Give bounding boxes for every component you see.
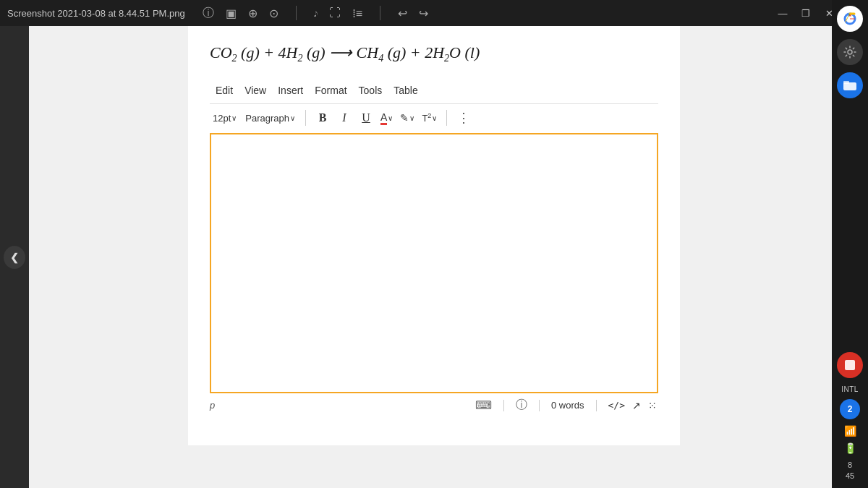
toolbar-separator-2 xyxy=(446,110,447,126)
paragraph-tag: p xyxy=(210,400,215,411)
underline-icon: U xyxy=(362,111,370,124)
left-nav: ❮ xyxy=(0,26,29,488)
menu-insert[interactable]: Insert xyxy=(272,83,309,98)
keyboard-icon[interactable]: ⌨ xyxy=(475,398,492,412)
red-app-icon[interactable] xyxy=(837,352,863,378)
info-icon[interactable]: ⓘ xyxy=(203,6,214,21)
number-badge: 2 xyxy=(840,399,860,419)
menu-tools[interactable]: Tools xyxy=(353,83,388,98)
menu-table[interactable]: Table xyxy=(388,83,423,98)
wifi-icon: 📶 xyxy=(844,425,856,437)
time-minute: 45 xyxy=(846,471,854,481)
font-color-dropdown[interactable]: A ∨ xyxy=(378,110,395,127)
separator2 xyxy=(380,6,380,20)
crop-icon[interactable]: ⛶ xyxy=(329,7,341,20)
expand-button[interactable]: ↗ xyxy=(632,400,641,411)
status-info-icon[interactable]: ⓘ xyxy=(516,398,527,413)
title-bar-icons: ⓘ ▣ ⊕ ⊙ 𝆕 ⛶ ⁞≡ ↩ ↪ xyxy=(203,6,428,21)
redo-icon[interactable]: ↪ xyxy=(419,7,428,20)
battery-icon: 🔋 xyxy=(844,442,856,454)
paragraph-style-dropdown[interactable]: Paragraph ∨ xyxy=(242,111,298,125)
toolbar-more-button[interactable]: ⋮ xyxy=(457,110,470,126)
italic-button[interactable]: I xyxy=(335,108,354,127)
adjust-icon[interactable]: ⁞≡ xyxy=(352,7,362,20)
text-edit-area[interactable] xyxy=(210,133,658,393)
word-count: 0 words xyxy=(551,400,584,411)
undo-icon[interactable]: ↩ xyxy=(398,7,407,20)
bold-icon: B xyxy=(319,111,327,124)
highlight-chevron: ∨ xyxy=(409,114,414,122)
window-title: Screenshot 2021-03-08 at 8.44.51 PM.png xyxy=(7,8,185,19)
status-separator xyxy=(503,400,504,411)
left-arrow-icon: ❮ xyxy=(10,252,19,263)
font-size-value: 12pt xyxy=(213,113,231,124)
font-size-chevron: ∨ xyxy=(231,114,237,122)
superscript-icon: T2 xyxy=(422,112,431,124)
status-more-button[interactable]: ⁙ xyxy=(648,400,658,411)
menu-bar: Edit View Insert Format Tools Table xyxy=(210,80,658,104)
highlight-dropdown[interactable]: ✎ ∨ xyxy=(398,111,417,125)
paragraph-style-value: Paragraph xyxy=(245,113,289,124)
menu-format[interactable]: Format xyxy=(309,83,352,98)
status-bar: p ⌨ ⓘ 0 words </> ↗ ⁙ xyxy=(210,393,658,413)
highlight-icon: ✎ xyxy=(400,112,409,124)
time-display: 8 45 xyxy=(846,460,854,481)
main-area: ❮ CO2 (g) + 4H2 (g) ⟶ CH4 (g) + 2H2O (l)… xyxy=(0,26,868,488)
document-area: CO2 (g) + 4H2 (g) ⟶ CH4 (g) + 2H2O (l) E… xyxy=(29,26,839,488)
page: CO2 (g) + 4H2 (g) ⟶ CH4 (g) + 2H2O (l) E… xyxy=(188,26,680,445)
settings-icon[interactable] xyxy=(837,39,863,65)
title-bar: Screenshot 2021-03-08 at 8.44.51 PM.png … xyxy=(0,0,868,26)
number-2: 2 xyxy=(848,404,853,414)
code-view-button[interactable]: </> xyxy=(608,400,625,411)
svg-point-2 xyxy=(848,50,852,54)
superscript-dropdown[interactable]: T2 ∨ xyxy=(420,111,439,125)
status-right: ⌨ ⓘ 0 words </> ↗ ⁙ xyxy=(475,398,658,413)
menu-view[interactable]: View xyxy=(239,83,272,98)
search-icon-2[interactable]: ⊙ xyxy=(269,7,278,20)
time-hour: 8 xyxy=(846,460,854,470)
chrome-icon[interactable] xyxy=(837,26,863,32)
system-tray: INTL 2 📶 🔋 8 45 xyxy=(832,26,868,488)
formula-display: CO2 (g) + 4H2 (g) ⟶ CH4 (g) + 2H2O (l) xyxy=(210,40,658,66)
status-separator3 xyxy=(596,400,597,411)
intl-label: INTL xyxy=(841,385,859,393)
menu-edit[interactable]: Edit xyxy=(210,83,239,98)
tray-bottom: INTL 2 📶 🔋 8 45 xyxy=(832,385,868,488)
paragraph-chevron: ∨ xyxy=(290,114,295,122)
folder-icon[interactable] xyxy=(837,72,863,98)
font-size-dropdown[interactable]: 12pt ∨ xyxy=(210,111,239,125)
prev-arrow-button[interactable]: ❮ xyxy=(4,246,25,269)
font-color-chevron: ∨ xyxy=(388,114,393,122)
minimize-button[interactable]: — xyxy=(773,3,793,23)
separator xyxy=(296,6,297,20)
title-bar-left: Screenshot 2021-03-08 at 8.44.51 PM.png … xyxy=(7,6,773,21)
status-separator2 xyxy=(539,400,540,411)
formatting-toolbar: 12pt ∨ Paragraph ∨ B I U A xyxy=(210,104,658,133)
svg-rect-4 xyxy=(843,81,849,84)
underline-button[interactable]: U xyxy=(357,108,375,127)
bold-button[interactable]: B xyxy=(313,108,332,127)
formula-text: CO2 (g) + 4H2 (g) ⟶ CH4 (g) + 2H2O (l) xyxy=(210,40,480,66)
italic-icon: I xyxy=(342,111,346,124)
superscript-chevron: ∨ xyxy=(432,114,437,122)
restore-button[interactable]: ❐ xyxy=(796,3,816,23)
svg-rect-5 xyxy=(845,360,855,370)
gesture-icon[interactable]: 𝆕 xyxy=(314,7,318,20)
font-color-icon: A xyxy=(380,111,387,125)
toolbar-separator-1 xyxy=(305,110,306,126)
square-icon[interactable]: ▣ xyxy=(226,7,237,20)
search-icon-1[interactable]: ⊕ xyxy=(248,7,258,20)
